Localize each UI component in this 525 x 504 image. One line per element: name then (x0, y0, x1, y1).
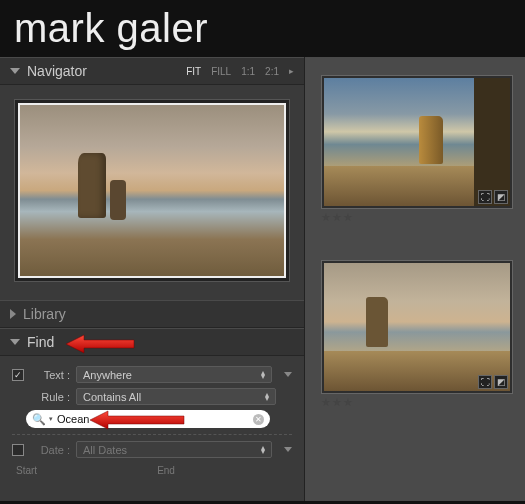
section-collapse-icon[interactable] (284, 447, 292, 452)
thumbnail-cell[interactable]: ⛶ ◩ ★★★ (321, 260, 513, 409)
chevron-right-icon[interactable]: ▸ (289, 66, 294, 77)
search-icon: 🔍 (32, 413, 46, 426)
brand-last: galer (117, 6, 208, 50)
date-label: Date : (30, 444, 70, 456)
library-title: Library (23, 306, 66, 322)
zoom-2to1[interactable]: 2:1 (265, 66, 279, 77)
clear-search-button[interactable]: ✕ (253, 414, 264, 425)
select-stepper-icon: ▴▾ (265, 393, 269, 401)
rule-value: Contains All (83, 391, 141, 403)
disclosure-triangle-icon (10, 339, 20, 345)
end-label: End (157, 465, 175, 476)
find-title: Find (27, 334, 54, 350)
left-panel: Navigator FIT FILL 1:1 2:1 ▸ Library (0, 57, 305, 501)
library-header[interactable]: Library (0, 300, 304, 328)
search-input[interactable] (57, 413, 253, 425)
rule-label: Rule : (30, 391, 70, 403)
find-search-field[interactable]: 🔍 ▾ ✕ (26, 410, 270, 428)
search-menu-icon[interactable]: ▾ (49, 415, 53, 423)
zoom-fill[interactable]: FILL (211, 66, 231, 77)
callout-arrow-icon (66, 333, 136, 355)
text-label: Text : (30, 369, 70, 381)
find-body: ✓ Text : Anywhere ▴▾ Rule : Contains All… (0, 356, 304, 484)
checkmark-icon: ✓ (14, 370, 22, 380)
navigator-zoom-ratios: FIT FILL 1:1 2:1 ▸ (186, 66, 294, 77)
select-stepper-icon: ▴▾ (261, 446, 265, 454)
zoom-1to1[interactable]: 1:1 (241, 66, 255, 77)
rule-select[interactable]: Contains All ▴▾ (76, 388, 276, 405)
crop-badge-icon[interactable]: ⛶ (478, 375, 492, 389)
date-filter-checkbox[interactable] (12, 444, 24, 456)
text-scope-select[interactable]: Anywhere ▴▾ (76, 366, 272, 383)
section-collapse-icon[interactable] (284, 372, 292, 377)
zoom-fit[interactable]: FIT (186, 66, 201, 77)
brand-first: mark (14, 6, 105, 50)
rating-stars[interactable]: ★★★ (321, 396, 513, 409)
navigator-title: Navigator (27, 63, 87, 79)
rating-stars[interactable]: ★★★ (321, 211, 513, 224)
navigator-header[interactable]: Navigator FIT FILL 1:1 2:1 ▸ (0, 57, 304, 85)
find-date-row: Date : All Dates ▴▾ (12, 441, 292, 458)
text-filter-checkbox[interactable]: ✓ (12, 369, 24, 381)
start-label: Start (16, 465, 37, 476)
svg-marker-0 (66, 335, 134, 353)
crop-badge-icon[interactable]: ⛶ (478, 190, 492, 204)
thumbnail-cell[interactable]: ⛶ ◩ ★★★ (321, 75, 513, 224)
find-header[interactable]: Find (0, 328, 304, 356)
adjust-badge-icon[interactable]: ◩ (494, 190, 508, 204)
disclosure-triangle-icon (10, 68, 20, 74)
navigator-preview[interactable] (14, 99, 290, 282)
date-range-labels: Start End (12, 463, 292, 476)
disclosure-triangle-icon (10, 309, 16, 319)
text-scope-value: Anywhere (83, 369, 132, 381)
date-scope-select[interactable]: All Dates ▴▾ (76, 441, 272, 458)
date-scope-value: All Dates (83, 444, 127, 456)
navigator-body (0, 85, 304, 300)
divider (12, 434, 292, 435)
adjust-badge-icon[interactable]: ◩ (494, 375, 508, 389)
select-stepper-icon: ▴▾ (261, 371, 265, 379)
find-text-row: ✓ Text : Anywhere ▴▾ (12, 366, 292, 383)
find-rule-row: Rule : Contains All ▴▾ (12, 388, 292, 405)
brand-title: mark galer (0, 0, 525, 57)
content-grid: ⛶ ◩ ★★★ ⛶ ◩ ★★★ (305, 57, 525, 501)
